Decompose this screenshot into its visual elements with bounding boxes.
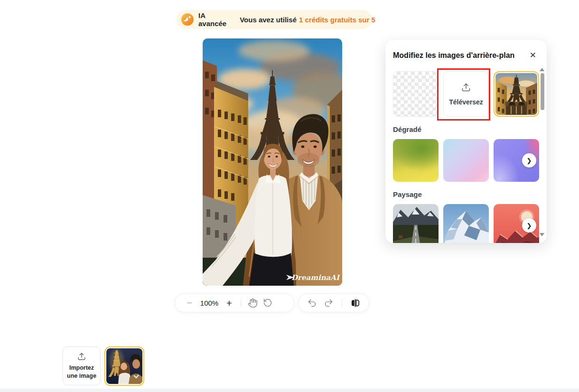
gradient-green-yellow-option[interactable] [393,139,439,182]
ai-credits-banner: IA avancée Vous avez utilisé1 crédits gr… [177,10,372,29]
history-toolbar [298,293,369,312]
panel-body: Téléversez [385,60,547,243]
scroll-down-arrow[interactable] [540,233,544,236]
gradient-options-row: ❯ [393,139,539,182]
toolbar-divider [241,299,241,307]
zoom-out-button[interactable]: − [183,296,196,309]
more-landscapes-button[interactable]: ❯ [522,218,536,233]
plus-icon: + [226,298,232,308]
watermark-text: DreaminaAI [291,273,341,282]
panel-scrollbar[interactable] [541,73,544,110]
rotate-ccw-icon [263,298,272,308]
mountain-road-thumbnail [393,204,439,243]
compare-before-after-button[interactable] [349,296,362,309]
import-image-label: Importez une image [63,364,100,380]
pan-tool-button[interactable] [246,296,259,309]
banner-usage-text: Vous avez utilisé1 crédits gratuits sur … [240,16,375,24]
reset-view-button[interactable] [261,296,274,309]
night-couple-thumbnail [106,348,142,384]
banner-plan-label: IA avancée [198,11,226,28]
more-gradients-button[interactable]: ❯ [522,153,536,168]
landscape-snow-option[interactable] [443,204,489,243]
snowy-peak-thumbnail [443,204,489,243]
paris-couple-photo: DreaminaAI [203,38,342,286]
window-bottom-edge [0,389,579,392]
banner-credits-highlight: 1 crédits gratuits sur 5 [299,16,375,24]
redo-icon [324,298,334,308]
redo-button[interactable] [322,296,336,309]
section-label-gradient: Dégradé [393,125,539,133]
ai-sparkle-icon [181,13,194,26]
gradient-purple-option[interactable]: ❯ [494,139,539,182]
chevron-right-icon: ❯ [527,222,532,229]
upload-background-button[interactable]: Téléversez [443,71,489,117]
zoom-toolbar: − 100% + [175,293,294,312]
panel-header: Modifiez les images d'arrière-plan ✕ [385,40,547,60]
compare-split-icon [350,298,360,308]
background-panel: Modifiez les images d'arrière-plan ✕ Tél… [385,40,547,243]
transparent-background-option[interactable] [393,71,439,117]
hand-icon [248,298,258,308]
zoom-in-button[interactable]: + [223,296,236,309]
undo-button[interactable] [305,296,318,309]
undo-icon [307,298,317,308]
panel-title: Modifiez les images d'arrière-plan [393,51,528,60]
chevron-right-icon: ❯ [527,157,532,164]
upload-icon [77,352,86,361]
zoom-level-value: 100% [198,299,221,307]
minus-icon: − [187,298,192,308]
gradient-pastel-option[interactable] [443,139,489,182]
dreamina-watermark: DreaminaAI [286,273,341,282]
landscape-redmoon-option[interactable]: ❯ [494,204,539,243]
toolbar-divider [342,299,342,307]
eiffel-canal-thumbnail [495,73,537,115]
source-image-thumbnail-selected[interactable] [104,346,144,386]
section-label-landscape: Paysage [393,190,539,198]
eiffel-background-option-selected[interactable] [494,71,539,117]
banner-usage-prefix: Vous avez utilisé [240,16,297,24]
close-icon[interactable]: ✕ [528,50,538,60]
import-image-button[interactable]: Importez une image [63,346,101,385]
upload-icon [461,83,471,92]
upload-label: Téléversez [449,98,483,106]
landscape-options-row: ❯ [393,204,539,243]
edited-photo-canvas[interactable]: DreaminaAI [203,38,342,286]
scroll-up-arrow[interactable] [540,68,544,71]
landscape-road-option[interactable] [393,204,439,243]
background-options-row: Téléversez [393,71,539,117]
